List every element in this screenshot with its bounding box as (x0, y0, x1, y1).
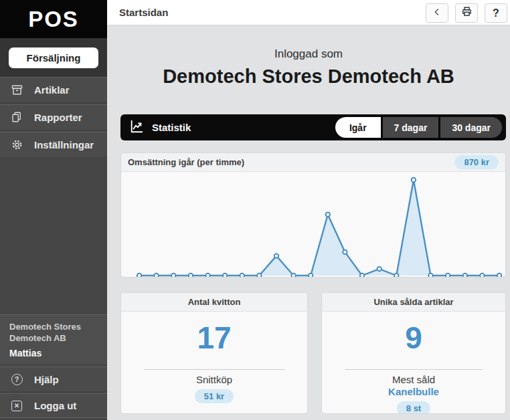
sidebar-item-rapporter[interactable]: Rapporter (0, 104, 107, 129)
sidebar-bottom: Demotech Stores Demotech AB Mattias ? Hj… (0, 314, 107, 418)
divider (144, 369, 284, 370)
best-seller-badge: 8 st (397, 401, 430, 414)
topbar-buttons: ? (426, 3, 507, 23)
revenue-chart (121, 172, 505, 277)
best-seller-link[interactable]: Kanelbulle (322, 386, 505, 397)
statistics-label: Statistik (152, 122, 191, 133)
best-seller-label: Mest såld (322, 374, 505, 385)
unique-articles-card-title: Unika sålda artiklar (373, 297, 453, 307)
revenue-total-badge: 870 kr (454, 155, 499, 169)
divider (345, 369, 483, 370)
period-tabs: Igår 7 dagar 30 dagar (335, 117, 502, 138)
sidebar-item-hjalp[interactable]: ? Hjälp (0, 366, 107, 391)
statistics-bar: Statistik Igår 7 dagar 30 dagar (120, 114, 506, 140)
best-seller-badge-wrap: 8 st (322, 401, 505, 414)
logout-icon: ✕ (9, 401, 24, 411)
back-button[interactable] (426, 3, 448, 23)
sidebar-item-label: Hjälp (34, 374, 59, 385)
question-mark-icon: ? (493, 7, 499, 19)
chart-line-icon (129, 119, 144, 136)
archive-icon (9, 84, 24, 96)
main-area: Startsidan ? (107, 0, 510, 420)
app-logo: POS (0, 0, 107, 38)
user-name: Mattias (9, 348, 100, 358)
sidebar-item-artiklar[interactable]: Artiklar (0, 77, 107, 102)
gear-icon (9, 138, 24, 151)
receipts-card-header: Antal kvitton (121, 293, 307, 312)
avg-purchase-label: Snittköp (121, 374, 307, 385)
revenue-card-header: Omsättning igår (per timme) 870 kr (121, 153, 505, 172)
sidebar-nav: Artiklar Rapporter Inställningar (0, 77, 107, 156)
sidebar-item-forsaljning[interactable]: Försäljning (9, 47, 98, 68)
user-store-line1: Demotech Stores (9, 321, 100, 332)
user-info: Demotech Stores Demotech AB Mattias (0, 314, 107, 364)
page-title: Demotech Stores Demotech AB (107, 66, 510, 88)
unique-articles-card-header: Unika sålda artiklar (322, 293, 505, 312)
receipts-card-title: Antal kvitton (188, 297, 241, 307)
sidebar-section-active: Försäljning (0, 38, 107, 77)
printer-icon (461, 6, 473, 20)
copy-icon (9, 111, 24, 123)
sidebar-item-installningar[interactable]: Inställningar (0, 132, 107, 156)
chevron-left-icon (432, 7, 442, 20)
print-button[interactable] (455, 3, 478, 23)
topbar: Startsidan ? (107, 0, 510, 25)
sidebar-item-label: Rapporter (34, 112, 82, 123)
unique-articles-value: 9 (322, 321, 505, 354)
sidebar-item-logga-ut[interactable]: ✕ Logga ut (0, 393, 107, 418)
help-button[interactable]: ? (485, 3, 507, 23)
user-store-line2: Demotech AB (9, 332, 100, 344)
sidebar-item-label: Inställningar (34, 139, 94, 150)
sidebar-item-label: Artiklar (34, 84, 70, 96)
tab-igar[interactable]: Igår (335, 117, 381, 138)
revenue-card-title: Omsättning igår (per timme) (128, 157, 244, 167)
sidebar-item-label: Logga ut (34, 400, 76, 411)
avg-purchase-badge: 51 kr (195, 389, 234, 403)
page-breadcrumb-title: Startsidan (119, 7, 168, 18)
revenue-chart-card: Omsättning igår (per timme) 870 kr (120, 152, 506, 278)
receipts-card: Antal kvitton 17 Snittköp 51 kr (120, 292, 308, 414)
tab-7-dagar[interactable]: 7 dagar (383, 117, 439, 138)
tab-30-dagar[interactable]: 30 dagar (440, 117, 502, 138)
avg-purchase-badge-wrap: 51 kr (121, 389, 307, 403)
receipts-count-value: 17 (121, 321, 307, 354)
help-circle-icon: ? (9, 374, 24, 385)
sidebar: POS Försäljning Artiklar Rapporter (0, 0, 107, 420)
unique-articles-card: Unika sålda artiklar 9 Mest såld Kanelbu… (321, 292, 506, 414)
logged-in-as-label: Inloggad som (107, 47, 510, 61)
